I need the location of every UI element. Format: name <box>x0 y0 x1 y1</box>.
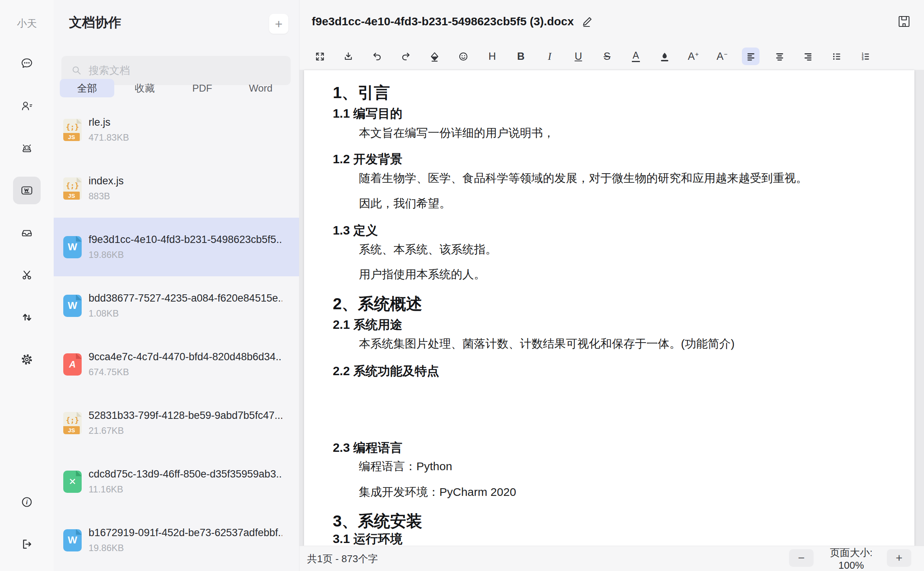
file-row-selected[interactable]: W f9e3d1cc-4e10-4fd3-b231-5498623cb5f5..… <box>54 218 299 276</box>
contacts-button[interactable] <box>13 92 41 120</box>
file-row[interactable]: W bdd38677-7527-4235-a084-f620e84515e...… <box>54 276 299 335</box>
save-button[interactable] <box>894 11 914 31</box>
doc-heading: 1、引言 <box>333 82 390 103</box>
heading-button[interactable]: H <box>483 48 501 65</box>
file-row[interactable]: ✕ cdc8d75c-13d9-46ff-850e-d35f35959ab3..… <box>54 452 299 511</box>
doc-paragraph: 因此，我们希望。 <box>359 196 451 212</box>
file-size: 1.08KB <box>89 308 282 319</box>
tab-all[interactable]: 全部 <box>60 79 114 97</box>
chat-button[interactable] <box>13 49 41 77</box>
chat-icon <box>20 56 34 70</box>
font-size-decrease-button[interactable]: A− <box>713 48 731 65</box>
file-name: bdd38677-7527-4235-a084-f620e84515e... <box>89 292 282 304</box>
strikethrough-button[interactable]: S <box>598 48 616 65</box>
file-filter-tabs: 全部 收藏 PDF Word <box>54 79 299 98</box>
tab-pdf[interactable]: PDF <box>188 79 217 97</box>
up-down-arrows-icon <box>20 310 34 324</box>
file-name: cdc8d75c-13d9-46ff-850e-d35f35959ab3... <box>89 468 282 480</box>
doc-subheading: 1.3 定义 <box>333 222 378 239</box>
redo-icon <box>401 51 411 62</box>
document-page[interactable]: 1、引言 1.1 编写目的 本文旨在编写一份详细的用户说明书， 1.2 开发背景… <box>304 70 914 546</box>
ordered-list-button[interactable]: 1 2 3 <box>857 48 875 65</box>
robot-icon <box>20 142 34 156</box>
doc-subheading: 1.1 编写目的 <box>333 105 402 122</box>
zoom-level-label: 页面大小: 100% <box>820 546 882 571</box>
file-row[interactable]: W b1672919-091f-452d-be73-62537adfebbf..… <box>54 511 299 569</box>
align-right-button[interactable] <box>799 48 817 65</box>
eraser-icon <box>429 51 440 62</box>
font-size-increase-button[interactable]: A+ <box>684 48 702 65</box>
undo-button[interactable] <box>368 48 386 65</box>
align-left-icon <box>746 51 756 62</box>
info-button[interactable]: i <box>13 488 41 516</box>
file-name: index.js <box>89 175 124 187</box>
scissors-button[interactable] <box>13 261 41 289</box>
zoom-in-button[interactable]: + <box>887 549 911 567</box>
word-docs-button[interactable] <box>13 177 41 204</box>
clear-format-button[interactable] <box>426 48 444 65</box>
file-size: 21.67KB <box>89 425 282 436</box>
word-file-icon: W <box>63 295 82 317</box>
redo-button[interactable] <box>397 48 415 65</box>
align-left-button[interactable] <box>742 48 760 65</box>
document-sidebar: 文档协作 + 搜索文档 全部 收藏 PDF Word {;} JS rle.js… <box>54 0 299 571</box>
file-row[interactable]: {;} JS rle.js 471.83KB <box>54 100 299 159</box>
pdf-file-icon: A <box>63 353 82 376</box>
doc-subheading: 2.1 系统用途 <box>333 317 402 333</box>
align-center-icon <box>774 51 785 62</box>
js-file-icon: {;} JS <box>63 412 82 434</box>
page-word-count: 共1页 - 873个字 <box>307 552 378 565</box>
file-name: 52831b33-799f-4128-be59-9abd7b5fc47... <box>89 410 282 422</box>
underline-button[interactable]: U <box>569 48 587 65</box>
zoom-out-button[interactable]: − <box>789 549 814 567</box>
file-row[interactable]: {;} JS 52831b33-799f-4128-be59-9abd7b5fc… <box>54 394 299 452</box>
js-file-icon: {;} JS <box>63 119 82 141</box>
document-header: f9e3d1cc-4e10-4fd3-b231-5498623cb5f5 (3)… <box>299 0 924 43</box>
align-center-button[interactable] <box>771 48 788 65</box>
doc-heading: 3、系统安装 <box>333 510 422 532</box>
new-document-button[interactable]: + <box>269 14 288 34</box>
tab-favorites[interactable]: 收藏 <box>127 79 163 97</box>
download-button[interactable] <box>340 48 357 65</box>
inbox-icon <box>20 226 34 240</box>
save-icon <box>896 14 912 29</box>
file-row[interactable]: {;} JS index.js 883B <box>54 159 299 218</box>
italic-icon: I <box>548 51 551 62</box>
document-footer: 共1页 - 873个字 − 页面大小: 100% + <box>299 546 924 571</box>
tab-word[interactable]: Word <box>245 79 276 97</box>
settings-button[interactable] <box>13 346 41 373</box>
file-name: f9e3d1cc-4e10-4fd3-b231-5498623cb5f5... <box>89 234 282 246</box>
file-size: 471.83KB <box>89 132 129 143</box>
file-size: 674.75KB <box>89 367 282 377</box>
file-size: 883B <box>89 191 124 202</box>
fullscreen-button[interactable] <box>311 48 329 65</box>
doc-paragraph: 编程语言：Python <box>359 459 452 474</box>
file-size: 19.86KB <box>89 543 282 553</box>
info-icon: i <box>20 495 34 509</box>
document-title: f9e3d1cc-4e10-4fd3-b231-5498623cb5f5 (3)… <box>312 15 574 28</box>
scissors-icon <box>20 268 34 282</box>
italic-button[interactable]: I <box>541 48 559 65</box>
bullet-list-button[interactable] <box>828 48 846 65</box>
highlight-color-button[interactable] <box>656 48 673 65</box>
file-row[interactable]: A 9cca4e7c-4c7d-4470-bfd4-820d48b6d34...… <box>54 335 299 394</box>
robot-button[interactable] <box>13 135 41 162</box>
strikethrough-icon: S <box>603 51 610 62</box>
inbox-button[interactable] <box>13 219 41 246</box>
rename-button[interactable] <box>582 15 594 28</box>
doc-paragraph: 系统、本系统、该系统指。 <box>359 242 497 258</box>
font-size-decrease-icon: A− <box>717 51 727 62</box>
doc-paragraph: 本文旨在编写一份详细的用户说明书， <box>359 125 554 141</box>
excel-file-icon: ✕ <box>63 471 82 493</box>
search-placeholder: 搜索文档 <box>89 64 130 77</box>
font-color-button[interactable]: A <box>627 48 644 65</box>
transfer-button[interactable] <box>13 304 41 331</box>
doc-subheading: 3.1 运行环境 <box>333 531 402 546</box>
emoji-button[interactable] <box>455 48 472 65</box>
bold-button[interactable]: B <box>512 48 530 65</box>
bullet-list-icon <box>832 51 842 62</box>
logout-button[interactable] <box>13 530 41 558</box>
contacts-icon <box>20 99 34 113</box>
word-file-icon: W <box>63 236 82 258</box>
font-size-increase-icon: A+ <box>688 51 699 62</box>
